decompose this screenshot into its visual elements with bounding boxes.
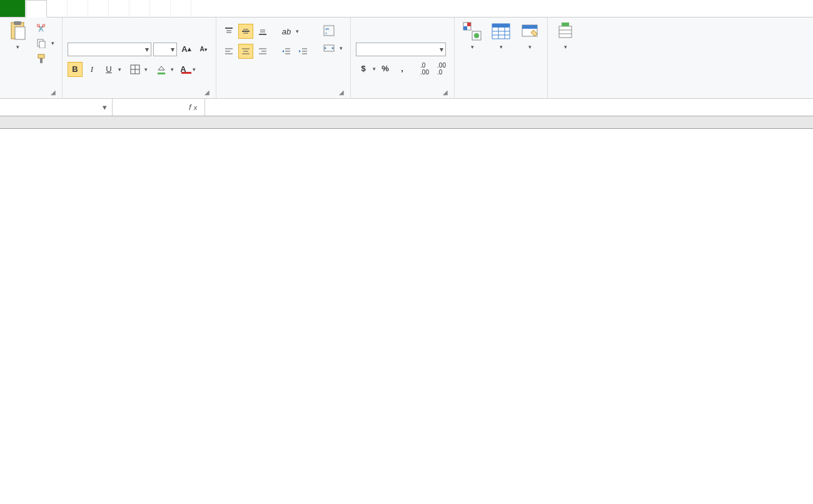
font-name-input[interactable] (68, 43, 143, 56)
ribbon: ▾ ✂️ ▾ (0, 18, 813, 99)
spreadsheet-grid[interactable] (0, 116, 813, 129)
svg-text:ab: ab (325, 27, 330, 31)
copy-button[interactable]: ▾ (34, 37, 57, 49)
group-font: ▾ ▾ A▴ A▾ B I U▾ ▾ ▾ A▾ ◢ (63, 18, 216, 98)
increase-indent-button[interactable] (296, 44, 311, 59)
dialog-launcher-icon[interactable]: ◢ (339, 89, 344, 96)
font-size-input[interactable] (154, 43, 169, 56)
wrap-text-icon: abc (323, 25, 335, 36)
bold-button[interactable]: B (68, 62, 83, 77)
align-right-button[interactable] (255, 44, 270, 59)
group-styles: ▾ ▾ ▾ (455, 18, 548, 98)
paste-button[interactable]: ▾ (5, 20, 30, 51)
increase-font-button[interactable]: A▴ (179, 42, 194, 57)
percent-button[interactable]: % (378, 61, 393, 76)
italic-button[interactable]: I (84, 62, 99, 77)
increase-decimal-button[interactable]: .0.00 (417, 61, 432, 76)
conditional-formatting-icon (462, 21, 482, 41)
dialog-launcher-icon[interactable]: ◢ (205, 89, 210, 96)
decrease-indent-button[interactable] (279, 44, 294, 59)
align-center-button[interactable] (238, 44, 253, 59)
accounting-format-button[interactable]: $ (356, 61, 371, 76)
fx-label[interactable]: fx (181, 99, 205, 116)
font-color-button[interactable]: A (176, 62, 191, 77)
insert-cells-icon (555, 21, 575, 41)
svg-rect-55 (562, 23, 569, 26)
tab-formulas[interactable] (88, 0, 109, 17)
tab-insert[interactable] (47, 0, 68, 17)
align-top-button[interactable] (221, 24, 236, 39)
cell-styles-icon (520, 21, 540, 41)
tab-home[interactable] (26, 0, 47, 18)
cell-styles-button[interactable]: ▾ (517, 20, 542, 51)
svg-rect-2 (14, 21, 21, 25)
paintbrush-icon (36, 54, 46, 64)
align-bottom-button[interactable] (255, 24, 270, 39)
paste-icon (8, 21, 28, 41)
comma-button[interactable]: , (395, 61, 410, 76)
svg-rect-52 (559, 26, 572, 38)
table-icon (491, 21, 511, 41)
format-painter-button[interactable] (34, 53, 57, 65)
align-left-button[interactable] (221, 44, 236, 59)
cut-button[interactable]: ✂️ (34, 23, 57, 34)
svg-text:c: c (325, 31, 327, 35)
group-cells: ▾ (548, 18, 583, 98)
svg-rect-41 (463, 26, 467, 30)
wrap-text-button[interactable]: abc (321, 24, 345, 38)
tab-data[interactable] (109, 0, 129, 17)
decrease-font-button[interactable]: A▾ (196, 42, 211, 57)
dialog-launcher-icon[interactable]: ◢ (51, 89, 56, 96)
dialog-launcher-icon[interactable]: ◢ (443, 89, 448, 96)
svg-rect-51 (522, 25, 537, 29)
orientation-button[interactable]: ab (279, 24, 294, 39)
merge-center-button[interactable]: ▾ (321, 41, 345, 55)
formula-bar: ▾ fx (0, 99, 813, 116)
font-name-combo[interactable]: ▾ (68, 43, 151, 56)
tab-page-layout[interactable] (68, 0, 88, 17)
group-alignment: ab▾ abc ▾ (216, 18, 351, 98)
svg-rect-1 (15, 27, 25, 39)
tab-view[interactable] (150, 0, 171, 17)
tab-developer[interactable] (171, 0, 191, 17)
group-number: ▾ $▾ % , .0.00 .00.0 ◢ (351, 18, 455, 98)
copy-icon (36, 38, 46, 48)
underline-button[interactable]: U (101, 62, 116, 77)
fill-color-button[interactable] (154, 62, 169, 77)
name-box[interactable]: ▾ (0, 99, 113, 116)
number-format-input[interactable] (356, 43, 438, 56)
insert-cells-button[interactable]: ▾ (553, 20, 578, 51)
chevron-down-icon[interactable]: ▾ (103, 103, 107, 112)
merge-icon (323, 43, 335, 54)
svg-rect-6 (40, 58, 43, 63)
svg-rect-4 (39, 41, 45, 48)
svg-rect-40 (467, 23, 471, 26)
svg-rect-10 (158, 73, 165, 74)
group-clipboard: ▾ ✂️ ▾ (0, 18, 63, 98)
svg-rect-45 (492, 24, 510, 28)
scissors-icon: ✂️ (36, 24, 46, 33)
tab-review[interactable] (129, 0, 150, 17)
number-format-combo[interactable]: ▾ (356, 43, 446, 56)
borders-button[interactable] (128, 62, 143, 77)
tab-file[interactable] (0, 0, 26, 17)
font-size-combo[interactable]: ▾ (153, 43, 177, 56)
format-as-table-button[interactable]: ▾ (488, 20, 513, 51)
name-box-input[interactable] (19, 102, 103, 113)
conditional-formatting-button[interactable]: ▾ (460, 20, 485, 51)
decrease-decimal-button[interactable]: .00.0 (434, 61, 449, 76)
tab-bar (0, 0, 813, 18)
svg-point-43 (474, 33, 479, 38)
svg-rect-5 (38, 54, 44, 58)
align-middle-button[interactable] (238, 24, 253, 39)
chevron-down-icon: ▾ (16, 44, 19, 50)
